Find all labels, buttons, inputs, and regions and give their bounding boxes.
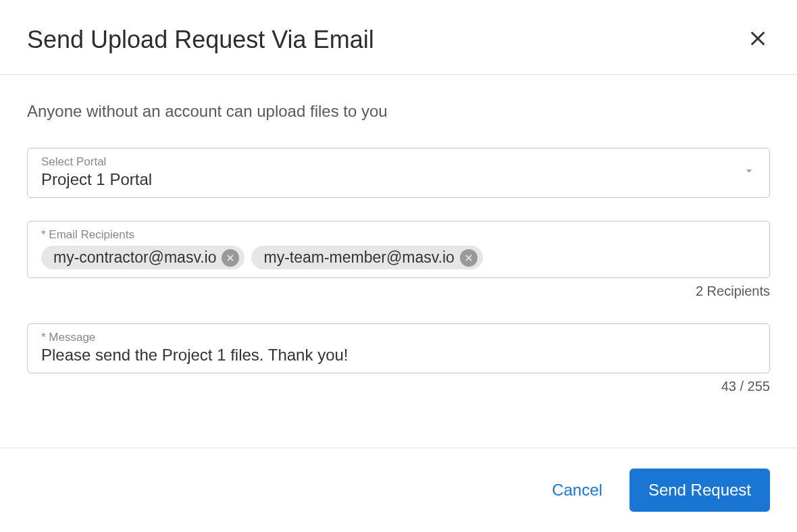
select-portal-value: Project 1 Portal bbox=[41, 170, 742, 189]
close-button[interactable] bbox=[746, 26, 770, 53]
dialog-title: Send Upload Request Via Email bbox=[27, 26, 374, 54]
dialog-footer: Cancel Send Request bbox=[0, 448, 797, 532]
select-portal-inner: Select Portal Project 1 Portal bbox=[41, 155, 742, 189]
dialog-header: Send Upload Request Via Email bbox=[0, 0, 797, 75]
recipients-counter: 2 Recipients bbox=[27, 284, 770, 299]
recipient-chips: my-contractor@masv.io my-team-member@mas… bbox=[41, 246, 756, 269]
recipient-chip: my-contractor@masv.io bbox=[41, 246, 245, 269]
close-icon bbox=[464, 248, 473, 267]
recipient-chip-label: my-team-member@masv.io bbox=[263, 248, 454, 267]
send-upload-request-dialog: Send Upload Request Via Email Anyone wit… bbox=[0, 0, 797, 532]
message-value: Please send the Project 1 files. Thank y… bbox=[41, 346, 756, 365]
dialog-content: Anyone without an account can upload fil… bbox=[0, 75, 797, 448]
email-recipients-label: * Email Recipients bbox=[41, 228, 756, 242]
select-portal-field[interactable]: Select Portal Project 1 Portal bbox=[27, 148, 770, 198]
send-request-button[interactable]: Send Request bbox=[629, 469, 770, 512]
remove-recipient-button[interactable] bbox=[222, 249, 239, 267]
remove-recipient-button[interactable] bbox=[460, 249, 478, 267]
email-recipients-field[interactable]: * Email Recipients my-contractor@masv.io bbox=[27, 221, 770, 278]
message-field[interactable]: * Message Please send the Project 1 file… bbox=[27, 323, 770, 373]
dialog-subtitle: Anyone without an account can upload fil… bbox=[27, 102, 770, 121]
recipient-chip: my-team-member@masv.io bbox=[251, 246, 482, 269]
select-portal-label: Select Portal bbox=[41, 155, 742, 169]
message-counter: 43 / 255 bbox=[27, 379, 770, 394]
message-label: * Message bbox=[41, 331, 756, 344]
close-icon bbox=[226, 248, 235, 267]
close-icon bbox=[748, 38, 767, 50]
chevron-down-icon bbox=[742, 164, 756, 180]
cancel-button[interactable]: Cancel bbox=[545, 471, 609, 509]
recipient-chip-label: my-contractor@masv.io bbox=[53, 248, 216, 267]
